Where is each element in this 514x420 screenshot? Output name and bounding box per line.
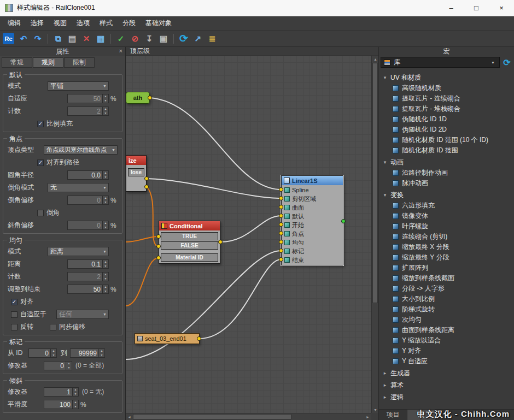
tab-rules[interactable]: 规则	[33, 57, 63, 68]
scale-fill-checkbox[interactable]: ✓	[37, 121, 44, 127]
top-level-tab[interactable]: 顶层级	[130, 46, 150, 56]
bevel-mode-dropdown[interactable]: 无 ▼	[48, 183, 109, 192]
from-id-spinner[interactable]: 0 ▲▼	[28, 348, 57, 358]
validate-button[interactable]: ✓	[114, 32, 127, 45]
menu-style[interactable]: 样式	[95, 16, 118, 30]
spinner-arrows-icon[interactable]: ▲▼	[102, 260, 108, 268]
count-spinner[interactable]: 2 ▲▼	[67, 107, 109, 116]
copy-button[interactable]: ⧉	[51, 32, 65, 45]
spinner-arrows-icon[interactable]: ▲▼	[66, 362, 72, 370]
miter-offset-spinner[interactable]: 0 ▲▼	[67, 221, 109, 230]
menu-segment[interactable]: 分段	[118, 16, 141, 30]
adjust-end-spinner[interactable]: 50 ▲▼	[67, 285, 109, 294]
paste-button[interactable]: ▤	[66, 32, 79, 45]
sync-offset-checkbox[interactable]: ✓	[50, 324, 56, 330]
adaptive-to-checkbox[interactable]: ✓	[11, 311, 17, 318]
scroll-down-icon[interactable]: ▼	[372, 406, 379, 413]
linear-row-markers[interactable]: 标记	[282, 247, 342, 256]
linear-row-start[interactable]: 开始	[282, 221, 342, 229]
macro-item[interactable]: 大小到比例	[379, 294, 514, 304]
port-dot[interactable]	[279, 240, 283, 244]
port-dot[interactable]	[144, 185, 149, 189]
macro-item[interactable]: 伪随机化 ID 2D	[379, 125, 514, 135]
macro-group-arithmetic[interactable]: ▸算术	[379, 380, 514, 391]
menu-view[interactable]: 视图	[49, 16, 72, 30]
port-dot[interactable]	[279, 222, 283, 227]
library-refresh-button[interactable]: ⟳	[501, 57, 512, 68]
spinner-arrows-icon[interactable]: ▲▼	[102, 221, 108, 229]
macro-item[interactable]: 随机化材质 ID 范围 (10 个 ID)	[379, 135, 514, 145]
tab-general[interactable]: 常规	[2, 57, 32, 68]
reverse-checkbox[interactable]: ✓	[11, 324, 17, 330]
spinner-arrows-icon[interactable]: ▲▼	[102, 94, 108, 103]
clipboard-button[interactable]: ▦	[94, 32, 107, 45]
maximize-button[interactable]: □	[464, 0, 489, 16]
node-clipped[interactable]: ize lose	[126, 155, 147, 192]
macro-item[interactable]: 阶梯式旋转	[379, 304, 514, 315]
mode-dropdown[interactable]: 平铺 ▼	[48, 81, 109, 91]
spinner-arrows-icon[interactable]: ▲▼	[102, 196, 108, 204]
spinner-arrows-icon[interactable]: ▲▼	[72, 400, 78, 409]
port-dot[interactable]	[218, 240, 223, 244]
redo-button[interactable]: ↷	[31, 32, 44, 45]
package-button[interactable]: ▣	[157, 32, 170, 45]
tab-limits[interactable]: 限制	[64, 57, 95, 68]
evenly-count-spinner[interactable]: 2 ▲▼	[67, 272, 109, 281]
tab-project[interactable]: 项目	[379, 410, 407, 420]
node-path[interactable]: ath	[126, 92, 150, 104]
adaptive-spinner[interactable]: 50 ▲▼	[67, 94, 109, 103]
export-button[interactable]: ↗	[191, 32, 205, 45]
scroll-right-icon[interactable]: ►	[364, 413, 371, 420]
scrollbar-thumb[interactable]	[372, 63, 378, 303]
spinner-arrows-icon[interactable]: ▲▼	[102, 107, 108, 115]
port-dot[interactable]	[197, 336, 201, 341]
port-dot[interactable]	[279, 231, 283, 235]
macro-item[interactable]: 伪随机化 ID 1D	[379, 114, 514, 125]
port-dot[interactable]	[156, 256, 161, 260]
port-dot[interactable]	[279, 249, 283, 253]
menu-base-objects[interactable]: 基础对象	[141, 16, 177, 30]
port-dot[interactable]	[156, 244, 161, 249]
macro-item[interactable]: 随机化材质 ID 范围	[379, 145, 514, 156]
linear-row-clip-area[interactable]: 剪切区域	[282, 194, 342, 203]
macro-item[interactable]: 缩放最终 X 分段	[379, 242, 514, 252]
port-dot[interactable]	[279, 214, 283, 218]
evenly-mode-dropdown[interactable]: 距离 ▼	[48, 247, 109, 256]
scroll-up-icon[interactable]: ▲	[372, 56, 379, 62]
port-dot-output[interactable]	[341, 219, 346, 223]
minimize-button[interactable]: –	[439, 0, 464, 16]
linear-row-end[interactable]: 结束	[282, 256, 342, 264]
conditional-material-row[interactable]: Material ID	[161, 253, 218, 262]
macro-group-animation[interactable]: ▾动画	[379, 157, 514, 168]
macro-item[interactable]: 扩展阵列	[379, 263, 514, 273]
spinner-arrows-icon[interactable]: ▲▼	[102, 273, 108, 281]
conditional-true-row[interactable]: TRUE	[161, 232, 218, 240]
port-dot[interactable]	[279, 205, 283, 209]
linear-row-evenly[interactable]: 均匀	[282, 238, 342, 247]
close-button[interactable]: ×	[489, 0, 514, 16]
menu-edit[interactable]: 编辑	[3, 16, 26, 30]
library-dropdown[interactable]: 库 ▼	[381, 57, 500, 68]
port-dot[interactable]	[156, 234, 161, 239]
bevel-checkbox[interactable]: ✓	[37, 210, 44, 216]
linear-row-corner[interactable]: 角点	[282, 229, 342, 238]
undo-button[interactable]: ↶	[17, 32, 30, 45]
macro-item[interactable]: Y 自适应	[379, 356, 514, 366]
macro-item[interactable]: 高级随机材质	[379, 83, 514, 93]
macro-item[interactable]: 脉冲动画	[379, 178, 514, 188]
scrollbar-thumb[interactable]	[133, 414, 291, 419]
macro-item[interactable]: 沿路径制作动画	[379, 168, 514, 178]
smoothness-spinner[interactable]: 100 ▲▼	[44, 400, 79, 409]
disable-button[interactable]: ⊘	[128, 32, 142, 45]
adaptive-to-dropdown[interactable]: 任何 ▼	[56, 310, 109, 319]
macro-item[interactable]: 缩放最终 Y 分段	[379, 252, 514, 263]
macro-item[interactable]: 曲面到样条线距离	[379, 325, 514, 335]
menu-options[interactable]: 选项	[72, 16, 95, 30]
scroll-left-icon[interactable]: ◄	[126, 413, 133, 420]
to-id-spinner[interactable]: 99999 ▲▼	[70, 348, 105, 358]
port-dot[interactable]	[279, 257, 283, 262]
tilt-modifier-spinner[interactable]: 1 ▲▼	[44, 387, 79, 397]
linear-row-default[interactable]: 默认	[282, 212, 342, 221]
macro-group-logic[interactable]: ▸逻辑	[379, 392, 514, 403]
spinner-arrows-icon[interactable]: ▲▼	[102, 171, 108, 179]
